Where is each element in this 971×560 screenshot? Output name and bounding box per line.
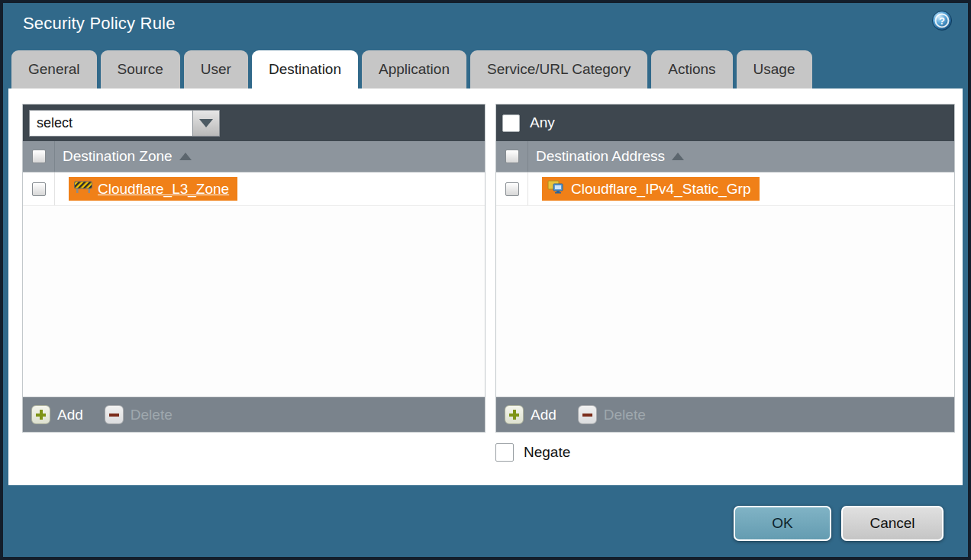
cancel-button[interactable]: Cancel xyxy=(841,506,944,541)
zone-column-header: Destination Zone xyxy=(63,148,173,165)
security-policy-rule-dialog: Security Policy Rule ? General Source Us… xyxy=(0,0,971,560)
address-table-header: Destination Address xyxy=(496,141,954,172)
any-label: Any xyxy=(530,114,555,131)
tab-destination[interactable]: Destination xyxy=(252,50,358,89)
address-select-all-checkbox[interactable] xyxy=(505,150,519,163)
address-entry[interactable]: Cloudflare_IPv4_Static_Grp xyxy=(542,177,760,201)
sort-asc-icon[interactable] xyxy=(672,153,684,160)
tab-actions[interactable]: Actions xyxy=(651,50,732,89)
table-row: Cloudflare_L3_Zone xyxy=(23,172,485,206)
destination-address-panel: Any Destination Address xyxy=(495,104,955,433)
address-header-checkbox-cell xyxy=(496,141,528,172)
zone-row-checkbox-cell xyxy=(23,172,55,205)
zone-row-checkbox[interactable] xyxy=(32,182,46,196)
page-title: Security Policy Rule xyxy=(23,14,176,34)
delete-button-label: Delete xyxy=(604,407,646,423)
zone-icon xyxy=(74,181,92,198)
delete-button[interactable]: Delete xyxy=(105,405,173,424)
add-button[interactable]: Add xyxy=(31,405,83,424)
add-button-label: Add xyxy=(57,407,83,423)
zone-select-all-checkbox[interactable] xyxy=(32,150,46,163)
any-strip: Any xyxy=(496,105,954,141)
address-row-checkbox[interactable] xyxy=(505,182,519,196)
tab-application[interactable]: Application xyxy=(362,50,466,89)
negate-label: Negate xyxy=(524,444,570,461)
title-bar: Security Policy Rule ? xyxy=(3,3,968,47)
address-entry-label: Cloudflare_IPv4_Static_Grp xyxy=(571,181,751,198)
table-row: Cloudflare_IPv4_Static_Grp xyxy=(496,172,954,206)
delete-button-label: Delete xyxy=(131,407,173,423)
zone-select-dropdown-button[interactable] xyxy=(193,110,220,137)
zone-entry-label: Cloudflare_L3_Zone xyxy=(98,181,229,198)
tab-user[interactable]: User xyxy=(184,50,248,89)
any-checkbox[interactable] xyxy=(502,114,520,132)
address-group-icon xyxy=(547,180,566,198)
address-toolbar: Add Delete xyxy=(496,397,954,432)
destination-tab-content: select Destination Zone xyxy=(8,89,963,485)
add-button[interactable]: Add xyxy=(505,405,556,424)
tab-bar: General Source User Destination Applicat… xyxy=(11,50,812,89)
delete-button[interactable]: Delete xyxy=(578,405,646,424)
address-table-body: Cloudflare_IPv4_Static_Grp xyxy=(496,172,954,397)
tab-service-url-category[interactable]: Service/URL Category xyxy=(470,50,647,89)
zone-table-body: Cloudflare_L3_Zone xyxy=(23,172,485,397)
zone-select-strip: select xyxy=(23,105,485,141)
tab-general[interactable]: General xyxy=(11,50,97,89)
tab-source[interactable]: Source xyxy=(101,50,180,89)
destination-zone-panel: select Destination Zone xyxy=(22,104,486,433)
dialog-footer: OK Cancel xyxy=(734,506,944,541)
zone-table-header: Destination Zone xyxy=(23,141,485,172)
negate-checkbox[interactable] xyxy=(495,443,514,462)
zone-entry[interactable]: Cloudflare_L3_Zone xyxy=(69,177,237,201)
zone-toolbar: Add Delete xyxy=(23,397,485,432)
ok-button[interactable]: OK xyxy=(734,506,831,541)
plus-icon xyxy=(31,405,50,424)
negate-option: Negate xyxy=(495,443,570,462)
address-row-checkbox-cell xyxy=(496,172,528,205)
help-icon[interactable]: ? xyxy=(931,10,953,31)
sort-asc-icon[interactable] xyxy=(179,153,192,160)
zone-header-checkbox-cell xyxy=(23,141,55,172)
address-column-header: Destination Address xyxy=(536,148,665,165)
svg-text:?: ? xyxy=(939,15,945,27)
plus-icon xyxy=(505,405,524,424)
tab-usage[interactable]: Usage xyxy=(737,50,812,89)
minus-icon xyxy=(105,405,124,424)
zone-select-value[interactable]: select xyxy=(29,110,193,137)
minus-icon xyxy=(578,405,597,424)
chevron-down-icon xyxy=(199,119,213,127)
add-button-label: Add xyxy=(531,407,556,423)
zone-select[interactable]: select xyxy=(29,110,220,137)
